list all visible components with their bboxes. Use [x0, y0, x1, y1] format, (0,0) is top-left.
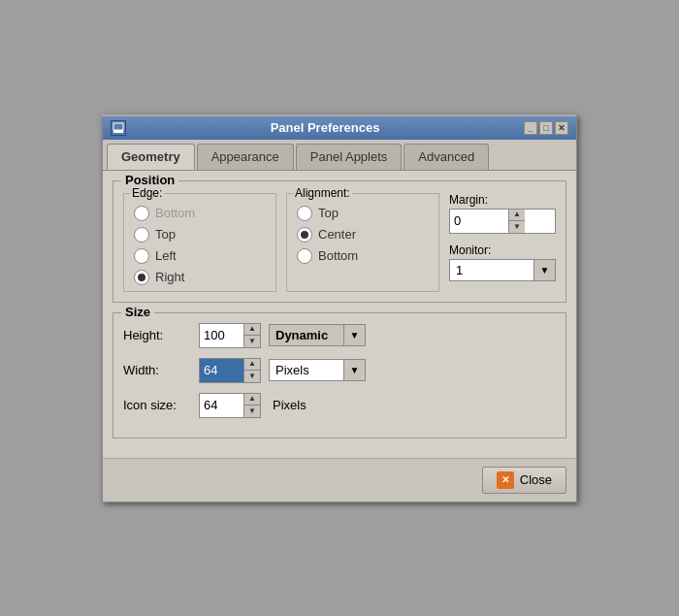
size-group-label: Size [121, 305, 154, 319]
edge-label: Edge: [130, 186, 164, 200]
main-window: Panel Preferences _ □ ✕ Geometry Appeara… [102, 114, 577, 503]
icon-size-unit: Pixels [273, 398, 307, 412]
margin-label: Margin: [449, 193, 556, 207]
align-center-option[interactable]: Center [297, 227, 429, 243]
edge-left-radio[interactable] [134, 248, 149, 264]
width-spin-buttons: ▲ ▼ [243, 359, 260, 382]
width-unit-arrow[interactable]: ▼ [343, 360, 365, 380]
window-controls: _ □ ✕ [524, 121, 568, 135]
edge-bottom-option[interactable]: Bottom [134, 206, 266, 221]
margin-spinbox[interactable]: ▲ ▼ [449, 209, 556, 234]
icon-size-up-button[interactable]: ▲ [244, 394, 260, 405]
window-icon [111, 120, 126, 136]
content-area: Position Edge: Bottom Top [103, 171, 576, 458]
monitor-value: 1 [450, 260, 534, 280]
width-label: Width: [123, 363, 191, 377]
width-unit-select[interactable]: Pixels ▼ [269, 359, 366, 381]
height-unit-select[interactable]: Dynamic ▼ [269, 324, 366, 346]
close-button[interactable]: ✕ Close [482, 467, 566, 494]
width-spinbox[interactable]: ▲ ▼ [199, 358, 261, 383]
edge-top-option[interactable]: Top [134, 227, 266, 243]
icon-size-down-button[interactable]: ▼ [244, 405, 260, 417]
width-input[interactable] [200, 359, 243, 382]
height-spinbox[interactable]: ▲ ▼ [199, 323, 261, 348]
margin-section: Margin: ▲ ▼ [449, 193, 556, 234]
close-icon: ✕ [497, 471, 514, 489]
svg-rect-0 [113, 123, 123, 130]
tab-advanced[interactable]: Advanced [404, 144, 489, 170]
tab-appearance[interactable]: Appearance [197, 144, 294, 170]
tab-panel-applets[interactable]: Panel Applets [296, 144, 403, 170]
width-unit-value: Pixels [270, 360, 343, 380]
height-spin-buttons: ▲ ▼ [243, 324, 260, 347]
align-center-label: Center [318, 227, 356, 242]
height-unit-value: Dynamic [270, 325, 343, 345]
edge-radio-group: Bottom Top Left Right [134, 206, 266, 285]
monitor-select[interactable]: 1 ▼ [449, 259, 556, 281]
monitor-dropdown-arrow[interactable]: ▼ [534, 260, 555, 280]
alignment-box: Alignment: Top Center Bottom [286, 193, 439, 292]
edge-right-option[interactable]: Right [134, 270, 266, 285]
align-bottom-label: Bottom [318, 248, 358, 263]
align-top-radio[interactable] [297, 206, 312, 221]
edge-left-option[interactable]: Left [134, 248, 266, 264]
close-window-button[interactable]: ✕ [555, 121, 568, 135]
icon-size-spinbox[interactable]: ▲ ▼ [199, 393, 261, 418]
height-row: Height: ▲ ▼ Dynamic ▼ [123, 323, 556, 348]
minimize-button[interactable]: _ [524, 121, 537, 135]
height-up-button[interactable]: ▲ [244, 324, 260, 336]
monitor-label: Monitor: [449, 243, 556, 257]
edge-right-label: Right [155, 270, 184, 284]
window-title: Panel Preferences [126, 120, 524, 135]
monitor-section: Monitor: 1 ▼ [449, 243, 556, 281]
margin-down-button[interactable]: ▼ [509, 221, 525, 233]
edge-box: Edge: Bottom Top Left [123, 193, 276, 292]
edge-bottom-label: Bottom [155, 206, 195, 220]
align-center-radio[interactable] [297, 227, 312, 243]
icon-size-label: Icon size: [123, 398, 191, 412]
align-bottom-radio[interactable] [297, 248, 312, 264]
close-label: Close [520, 472, 552, 487]
margin-spin-buttons: ▲ ▼ [508, 210, 525, 233]
edge-top-radio[interactable] [134, 227, 149, 243]
align-bottom-option[interactable]: Bottom [297, 248, 429, 264]
icon-size-spin-buttons: ▲ ▼ [243, 394, 260, 417]
height-down-button[interactable]: ▼ [244, 336, 260, 347]
edge-left-label: Left [155, 248, 177, 263]
width-up-button[interactable]: ▲ [244, 359, 260, 371]
position-group-label: Position [121, 173, 178, 187]
edge-bottom-radio[interactable] [134, 206, 149, 221]
width-down-button[interactable]: ▼ [244, 371, 260, 382]
margin-monitor-section: Margin: ▲ ▼ Monitor: 1 [449, 193, 556, 292]
tab-bar: Geometry Appearance Panel Applets Advanc… [103, 140, 576, 171]
height-input[interactable] [200, 324, 243, 347]
alignment-radio-group: Top Center Bottom [297, 206, 429, 264]
align-top-label: Top [318, 206, 339, 220]
icon-size-row: Icon size: ▲ ▼ Pixels [123, 393, 556, 418]
size-group: Size Height: ▲ ▼ Dynamic ▼ Width: [113, 312, 566, 438]
icon-size-input[interactable] [200, 394, 243, 417]
width-row: Width: ▲ ▼ Pixels ▼ [123, 358, 556, 383]
align-top-option[interactable]: Top [297, 206, 429, 221]
edge-top-label: Top [155, 227, 176, 242]
position-inner: Edge: Bottom Top Left [123, 193, 556, 292]
position-group: Position Edge: Bottom Top [113, 180, 566, 303]
margin-up-button[interactable]: ▲ [509, 210, 525, 221]
footer: ✕ Close [103, 458, 576, 502]
tab-geometry[interactable]: Geometry [107, 144, 195, 170]
height-unit-arrow[interactable]: ▼ [343, 325, 365, 345]
margin-input[interactable] [450, 210, 508, 233]
alignment-label: Alignment: [293, 186, 352, 200]
title-bar: Panel Preferences _ □ ✕ [103, 116, 576, 140]
maximize-button[interactable]: □ [539, 121, 553, 135]
svg-rect-1 [113, 130, 123, 133]
edge-right-radio[interactable] [134, 270, 149, 285]
height-label: Height: [123, 328, 191, 342]
